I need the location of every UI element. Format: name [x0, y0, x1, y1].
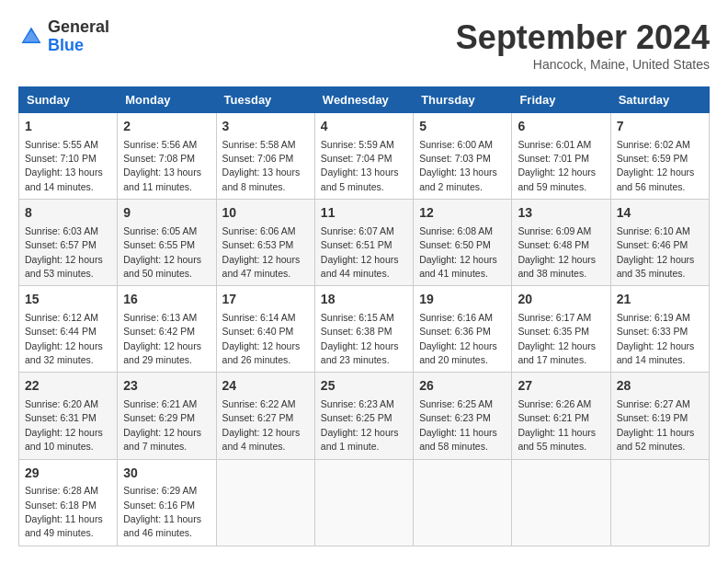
table-row: 8 Sunrise: 6:03 AM Sunset: 6:57 PM Dayli…	[19, 200, 710, 286]
day-cell: 25 Sunrise: 6:23 AM Sunset: 6:25 PM Dayl…	[314, 373, 413, 459]
day-cell: 16 Sunrise: 6:13 AM Sunset: 6:42 PM Dayl…	[118, 286, 216, 373]
day-sunrise: Sunrise: 5:56 AM	[123, 139, 197, 150]
day-daylight: Daylight: 13 hours and 8 minutes.	[222, 167, 301, 191]
day-cell: 19 Sunrise: 6:16 AM Sunset: 6:36 PM Dayl…	[414, 286, 512, 373]
day-cell: 21 Sunrise: 6:19 AM Sunset: 6:33 PM Dayl…	[610, 286, 709, 373]
day-cell: 5 Sunrise: 6:00 AM Sunset: 7:03 PM Dayli…	[414, 113, 512, 200]
day-daylight: Daylight: 13 hours and 11 minutes.	[123, 167, 201, 191]
day-number: 23	[123, 377, 210, 396]
empty-cell	[314, 459, 413, 546]
day-number: 13	[518, 204, 604, 223]
day-sunset: Sunset: 7:04 PM	[321, 153, 392, 164]
day-cell: 28 Sunrise: 6:27 AM Sunset: 6:19 PM Dayl…	[610, 373, 709, 459]
day-number: 21	[617, 291, 703, 309]
day-daylight: Daylight: 12 hours and 59 minutes.	[518, 167, 596, 191]
day-cell: 11 Sunrise: 6:07 AM Sunset: 6:51 PM Dayl…	[314, 200, 413, 286]
col-friday: Friday	[512, 87, 610, 113]
day-cell: 12 Sunrise: 6:08 AM Sunset: 6:50 PM Dayl…	[414, 200, 512, 286]
day-cell: 6 Sunrise: 6:01 AM Sunset: 7:01 PM Dayli…	[512, 113, 610, 200]
title-block: September 2024 Hancock, Maine, United St…	[456, 18, 710, 72]
day-cell: 4 Sunrise: 5:59 AM Sunset: 7:04 PM Dayli…	[314, 113, 413, 200]
day-sunset: Sunset: 7:03 PM	[419, 153, 491, 164]
col-wednesday: Wednesday	[314, 87, 413, 113]
day-number: 19	[419, 291, 506, 309]
day-number: 22	[25, 377, 111, 396]
logo-icon	[18, 24, 44, 50]
day-sunset: Sunset: 7:10 PM	[25, 153, 97, 164]
day-cell: 17 Sunrise: 6:14 AM Sunset: 6:40 PM Dayl…	[216, 286, 314, 373]
day-sunrise: Sunrise: 6:02 AM	[617, 139, 690, 150]
day-number: 15	[25, 291, 111, 309]
empty-cell	[512, 459, 610, 546]
day-number: 11	[321, 204, 407, 223]
table-row: 1 Sunrise: 5:55 AM Sunset: 7:10 PM Dayli…	[19, 113, 710, 200]
day-cell: 23 Sunrise: 6:21 AM Sunset: 6:29 PM Dayl…	[118, 373, 216, 459]
day-number: 18	[321, 291, 407, 309]
day-number: 4	[321, 118, 407, 136]
day-number: 29	[25, 465, 111, 483]
day-daylight: Daylight: 12 hours and 56 minutes.	[617, 167, 695, 191]
day-cell: 27 Sunrise: 6:26 AM Sunset: 6:21 PM Dayl…	[512, 373, 610, 459]
day-cell: 20 Sunrise: 6:17 AM Sunset: 6:35 PM Dayl…	[512, 286, 610, 373]
day-sunset: Sunset: 6:59 PM	[617, 153, 688, 164]
col-saturday: Saturday	[610, 87, 709, 113]
day-sunrise: Sunrise: 5:58 AM	[222, 139, 296, 150]
day-number: 6	[518, 118, 604, 136]
day-cell: 26 Sunrise: 6:25 AM Sunset: 6:23 PM Dayl…	[414, 373, 512, 459]
day-cell: 13 Sunrise: 6:09 AM Sunset: 6:48 PM Dayl…	[512, 200, 610, 286]
day-cell: 1 Sunrise: 5:55 AM Sunset: 7:10 PM Dayli…	[19, 113, 118, 200]
logo: General Blue	[18, 18, 109, 55]
day-cell: 3 Sunrise: 5:58 AM Sunset: 7:06 PM Dayli…	[216, 113, 314, 200]
col-thursday: Thursday	[414, 87, 512, 113]
day-number: 27	[518, 377, 604, 396]
calendar-table: Sunday Monday Tuesday Wednesday Thursday…	[18, 86, 710, 546]
day-number: 30	[123, 465, 210, 483]
col-tuesday: Tuesday	[216, 87, 314, 113]
day-cell: 8 Sunrise: 6:03 AM Sunset: 6:57 PM Dayli…	[19, 200, 118, 286]
day-number: 5	[419, 118, 506, 136]
empty-cell	[414, 459, 512, 546]
day-number: 26	[419, 377, 506, 396]
day-daylight: Daylight: 13 hours and 5 minutes.	[321, 167, 399, 191]
month-title: September 2024	[456, 18, 710, 57]
day-cell: 22 Sunrise: 6:20 AM Sunset: 6:31 PM Dayl…	[19, 373, 118, 459]
day-number: 25	[321, 377, 407, 396]
empty-cell	[610, 459, 709, 546]
table-row: 29 Sunrise: 6:28 AM Sunset: 6:18 PM Dayl…	[19, 459, 710, 546]
day-number: 10	[222, 204, 309, 223]
day-number: 3	[222, 118, 309, 136]
day-number: 24	[222, 377, 309, 396]
logo-text: General Blue	[48, 18, 109, 55]
day-number: 9	[123, 204, 210, 223]
day-number: 16	[123, 291, 210, 309]
col-sunday: Sunday	[19, 87, 118, 113]
col-monday: Monday	[118, 87, 216, 113]
day-cell: 9 Sunrise: 6:05 AM Sunset: 6:55 PM Dayli…	[118, 200, 216, 286]
day-daylight: Daylight: 13 hours and 14 minutes.	[25, 167, 103, 191]
empty-cell	[216, 459, 314, 546]
day-number: 14	[617, 204, 703, 223]
day-sunset: Sunset: 7:08 PM	[123, 153, 195, 164]
day-cell: 18 Sunrise: 6:15 AM Sunset: 6:38 PM Dayl…	[314, 286, 413, 373]
day-sunset: Sunset: 7:01 PM	[518, 153, 589, 164]
day-sunrise: Sunrise: 5:59 AM	[321, 139, 394, 150]
location: Hancock, Maine, United States	[456, 57, 710, 72]
day-number: 17	[222, 291, 309, 309]
day-number: 7	[617, 118, 703, 136]
day-cell: 24 Sunrise: 6:22 AM Sunset: 6:27 PM Dayl…	[216, 373, 314, 459]
table-row: 22 Sunrise: 6:20 AM Sunset: 6:31 PM Dayl…	[19, 373, 710, 459]
day-daylight: Daylight: 13 hours and 2 minutes.	[419, 167, 497, 191]
day-sunset: Sunset: 7:06 PM	[222, 153, 294, 164]
day-number: 8	[25, 204, 111, 223]
table-row: 15 Sunrise: 6:12 AM Sunset: 6:44 PM Dayl…	[19, 286, 710, 373]
page-header: General Blue September 2024 Hancock, Mai…	[18, 18, 710, 72]
day-cell: 7 Sunrise: 6:02 AM Sunset: 6:59 PM Dayli…	[610, 113, 709, 200]
day-cell: 2 Sunrise: 5:56 AM Sunset: 7:08 PM Dayli…	[118, 113, 216, 200]
day-cell: 10 Sunrise: 6:06 AM Sunset: 6:53 PM Dayl…	[216, 200, 314, 286]
day-number: 2	[123, 118, 210, 136]
day-number: 20	[518, 291, 604, 309]
day-number: 28	[617, 377, 703, 396]
calendar-header-row: Sunday Monday Tuesday Wednesday Thursday…	[19, 87, 710, 113]
day-cell: 14 Sunrise: 6:10 AM Sunset: 6:46 PM Dayl…	[610, 200, 709, 286]
day-cell: 29 Sunrise: 6:28 AM Sunset: 6:18 PM Dayl…	[19, 459, 118, 546]
